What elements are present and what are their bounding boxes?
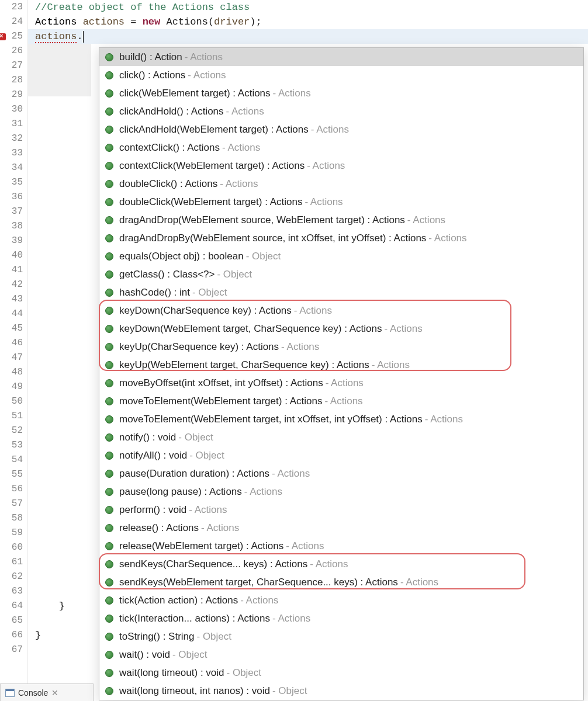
line-number: 47 [0, 350, 23, 365]
autocomplete-item[interactable]: doubleClick(WebElement target) : Actions… [99, 193, 583, 211]
autocomplete-origin: - Actions [425, 414, 463, 425]
method-icon [105, 415, 113, 424]
autocomplete-signature: hashCode() : int [119, 287, 190, 299]
method-icon [105, 615, 113, 623]
autocomplete-item[interactable]: keyDown(WebElement target, CharSequence … [99, 320, 583, 338]
method-icon [105, 307, 113, 315]
autocomplete-item[interactable]: release() : Actions - Actions [99, 519, 583, 537]
line-number: 25 [0, 29, 23, 44]
autocomplete-item[interactable]: getClass() : Class<?> - Object [99, 265, 583, 283]
autocomplete-item[interactable]: notify() : void - Object [99, 428, 583, 446]
autocomplete-item[interactable]: click() : Actions - Actions [99, 66, 583, 84]
autocomplete-item[interactable]: build() : Action - Actions [99, 48, 583, 66]
autocomplete-origin: - Actions [286, 540, 324, 552]
autocomplete-item[interactable]: tick(Interaction... actions) : Actions -… [99, 609, 583, 627]
autocomplete-origin: - Actions [307, 160, 345, 172]
console-tab[interactable]: Console ✕ [0, 683, 94, 701]
line-number: 33 [0, 146, 23, 161]
method-icon [105, 126, 113, 134]
autocomplete-item[interactable]: equals(Object obj) : boolean - Object [99, 247, 583, 265]
autocomplete-signature: keyUp(CharSequence key) : Actions [119, 341, 279, 353]
method-icon [105, 216, 113, 224]
autocomplete-item[interactable]: perform() : void - Actions [99, 501, 583, 519]
autocomplete-item[interactable]: dragAndDrop(WebElement source, WebElemen… [99, 211, 583, 229]
autocomplete-item[interactable]: release(WebElement target) : Actions - A… [99, 537, 583, 555]
autocomplete-item[interactable]: keyUp(WebElement target, CharSequence ke… [99, 356, 583, 374]
autocomplete-origin: - Object [246, 251, 281, 262]
autocomplete-signature: release(WebElement target) : Actions [119, 540, 283, 552]
code-line[interactable]: //Create object of the Actions class [35, 0, 588, 15]
autocomplete-signature: click() : Actions [119, 70, 185, 81]
line-number: 40 [0, 248, 23, 263]
line-number: 37 [0, 204, 23, 219]
line-number: 34 [0, 161, 23, 175]
autocomplete-origin: - Actions [273, 88, 311, 99]
code-line[interactable]: actions. [28, 29, 588, 44]
line-number: 57 [0, 497, 23, 511]
line-number: 56 [0, 482, 23, 497]
autocomplete-item[interactable]: sendKeys(CharSequence... keys) : Actions… [99, 555, 583, 573]
autocomplete-item[interactable]: sendKeys(WebElement target, CharSequence… [99, 573, 583, 591]
autocomplete-item[interactable]: tick(Action action) : Actions - Actions [99, 591, 583, 609]
method-icon [105, 234, 113, 242]
autocomplete-origin: - Actions [428, 232, 466, 244]
autocomplete-item[interactable]: clickAndHold() : Actions - Actions [99, 102, 583, 120]
autocomplete-item[interactable]: contextClick() : Actions - Actions [99, 138, 583, 157]
method-icon [105, 325, 113, 333]
autocomplete-origin: - Actions [326, 377, 364, 389]
line-number: 29 [0, 88, 23, 102]
autocomplete-item[interactable]: contextClick(WebElement target) : Action… [99, 157, 583, 175]
autocomplete-item[interactable]: notifyAll() : void - Object [99, 446, 583, 464]
code-line[interactable]: Actions actions = new Actions(driver); [35, 15, 588, 29]
autocomplete-origin: - Object [192, 287, 227, 299]
autocomplete-item[interactable]: keyDown(CharSequence key) : Actions - Ac… [99, 301, 583, 320]
line-number-gutter: 2324252627282930313233343536373839404142… [0, 0, 28, 701]
autocomplete-item[interactable]: dragAndDropBy(WebElement source, int xOf… [99, 229, 583, 247]
autocomplete-item[interactable]: hashCode() : int - Object [99, 283, 583, 301]
autocomplete-signature: getClass() : Class<?> [119, 269, 215, 280]
autocomplete-item[interactable]: doubleClick() : Actions - Actions [99, 175, 583, 193]
autocomplete-item[interactable]: moveToElement(WebElement target, int xOf… [99, 410, 583, 428]
autocomplete-item[interactable]: pause(Duration duration) : Actions - Act… [99, 464, 583, 483]
autocomplete-item[interactable]: wait(long timeout, int nanos) : void - O… [99, 682, 583, 700]
line-number: 32 [0, 131, 23, 146]
method-icon [105, 162, 113, 170]
method-icon [105, 433, 113, 442]
autocomplete-origin: - Actions [272, 613, 310, 624]
autocomplete-signature: dragAndDropBy(WebElement source, int xOf… [119, 232, 426, 244]
close-icon[interactable]: ✕ [51, 688, 58, 697]
method-icon [105, 270, 113, 279]
autocomplete-signature: wait(long timeout) : void [119, 667, 224, 679]
autocomplete-item[interactable]: moveToElement(WebElement target) : Actio… [99, 392, 583, 410]
autocomplete-signature: pause(Duration duration) : Actions [119, 468, 269, 480]
autocomplete-item[interactable]: toString() : String - Object [99, 627, 583, 646]
autocomplete-item[interactable]: keyUp(CharSequence key) : Actions - Acti… [99, 338, 583, 356]
autocomplete-origin: - Object [272, 685, 307, 697]
autocomplete-signature: toString() : String [119, 631, 195, 643]
method-icon [105, 687, 113, 695]
autocomplete-item[interactable]: pause(long pause) : Actions - Actions [99, 483, 583, 501]
autocomplete-popup[interactable]: build() : Action - Actionsclick() : Acti… [99, 47, 584, 700]
line-number: 44 [0, 307, 23, 321]
method-icon [105, 596, 113, 605]
autocomplete-item[interactable]: clickAndHold(WebElement target) : Action… [99, 120, 583, 138]
autocomplete-origin: - Actions [222, 142, 260, 154]
autocomplete-item[interactable]: wait(long timeout) : void - Object [99, 664, 583, 682]
line-number: 23 [0, 0, 23, 15]
method-icon [105, 289, 113, 297]
method-icon [105, 343, 113, 351]
autocomplete-origin: - Actions [272, 468, 310, 480]
autocomplete-item[interactable]: moveByOffset(int xOffset, int yOffset) :… [99, 374, 583, 392]
autocomplete-signature: pause(long pause) : Actions [119, 486, 242, 498]
method-icon [105, 198, 113, 206]
line-number: 31 [0, 117, 23, 131]
autocomplete-signature: clickAndHold(WebElement target) : Action… [119, 124, 309, 136]
line-number: 51 [0, 409, 23, 424]
autocomplete-origin: - Actions [324, 395, 362, 407]
autocomplete-origin: - Actions [407, 214, 445, 226]
autocomplete-signature: build() : Action [119, 51, 182, 63]
autocomplete-item[interactable]: wait() : void - Object [99, 646, 583, 664]
autocomplete-signature: tick(Interaction... actions) : Actions [119, 613, 270, 624]
autocomplete-item[interactable]: click(WebElement target) : Actions - Act… [99, 84, 583, 102]
autocomplete-signature: dragAndDrop(WebElement source, WebElemen… [119, 214, 405, 226]
